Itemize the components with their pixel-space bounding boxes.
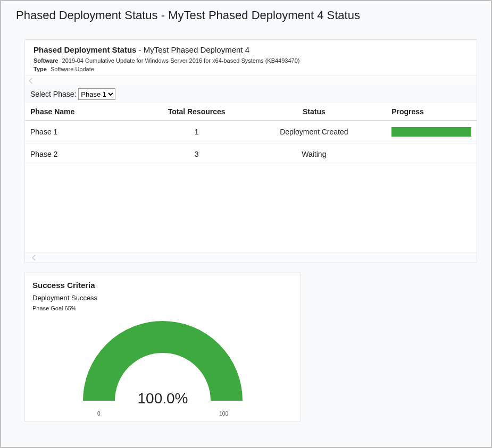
cell-status: Deployment Created xyxy=(242,121,387,143)
progress-bar xyxy=(391,127,471,137)
software-value: 2019-04 Cumulative Update for Windows Se… xyxy=(62,57,300,64)
table-row[interactable]: Phase 11Deployment Created xyxy=(25,121,477,143)
chevron-left-icon xyxy=(30,254,38,261)
chevron-left-icon xyxy=(27,77,35,84)
criteria-subtitle: Deployment Success xyxy=(32,294,293,302)
cell-phase-name: Phase 2 xyxy=(25,143,152,165)
software-line: Software 2019-04 Cumulative Update for W… xyxy=(34,57,468,64)
criteria-goal: Phase Goal 65% xyxy=(32,305,293,311)
gauge-min-label: 0 xyxy=(97,411,101,417)
gauge-value: 100.0% xyxy=(75,390,251,407)
phase-table: Phase Name Total Resources Status Progre… xyxy=(25,103,477,165)
criteria-title: Success Criteria xyxy=(32,281,293,290)
col-total-resources[interactable]: Total Resources xyxy=(152,103,242,121)
col-status[interactable]: Status xyxy=(242,103,387,121)
deployment-info-panel: Phased Deployment Status - MyTest Phased… xyxy=(24,39,477,263)
type-line: Type Software Update xyxy=(34,66,468,72)
cell-total-resources: 1 xyxy=(152,121,242,143)
table-scroll-row[interactable] xyxy=(25,252,477,263)
panel-title-bold: Phased Deployment Status xyxy=(34,45,136,54)
panel-header: Phased Deployment Status - MyTest Phased… xyxy=(25,40,477,75)
type-value: Software Update xyxy=(51,66,94,72)
cell-phase-name: Phase 1 xyxy=(25,121,152,143)
table-header-row: Phase Name Total Resources Status Progre… xyxy=(25,103,477,121)
success-criteria-panel: Success Criteria Deployment Success Phas… xyxy=(24,273,301,421)
gauge-chart: 100.0% 0 100 xyxy=(75,316,251,417)
col-phase-name[interactable]: Phase Name xyxy=(25,103,152,121)
cell-progress xyxy=(386,143,477,165)
cell-status: Waiting xyxy=(242,143,387,165)
col-progress[interactable]: Progress xyxy=(386,103,477,121)
panel-collapse-row[interactable] xyxy=(25,75,477,85)
select-phase-label: Select Phase: xyxy=(30,90,76,98)
phase-selector-row: Select Phase: Phase 1Phase 2 xyxy=(25,85,477,103)
panel-title-rest: MyTest Phased Deployment 4 xyxy=(144,45,249,54)
cell-total-resources: 3 xyxy=(152,143,242,165)
panel-title: Phased Deployment Status - MyTest Phased… xyxy=(34,45,468,54)
cell-progress xyxy=(386,121,477,143)
type-label: Type xyxy=(34,66,47,72)
table-row[interactable]: Phase 23Waiting xyxy=(25,143,477,165)
page-title: Phased Deployment Status - MyTest Phased… xyxy=(1,1,491,28)
panel-title-sep: - xyxy=(136,45,143,54)
software-label: Software xyxy=(34,57,58,64)
gauge-max-label: 100 xyxy=(219,411,228,417)
main-content: Phased Deployment Status - MyTest Phased… xyxy=(1,28,491,421)
phase-table-wrap: Phase Name Total Resources Status Progre… xyxy=(25,103,477,252)
phase-select[interactable]: Phase 1Phase 2 xyxy=(78,88,115,100)
